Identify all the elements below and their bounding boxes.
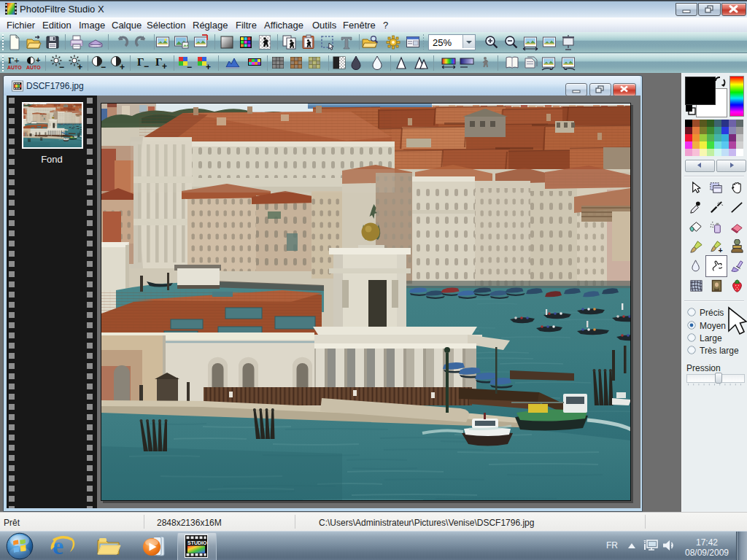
svg-text:Γ+: Γ+ <box>8 55 20 66</box>
svg-text:−: − <box>187 62 192 71</box>
svg-text:−: − <box>59 62 64 71</box>
svg-text:AUTO: AUTO <box>26 65 41 70</box>
svg-text:+: + <box>36 55 40 64</box>
svg-text:STUDIO: STUDIO <box>187 540 207 545</box>
svg-text:+: + <box>120 62 125 71</box>
svg-text:−: − <box>144 61 149 71</box>
svg-text:+: + <box>718 246 722 254</box>
svg-text:+: + <box>162 61 167 71</box>
svg-text:+: + <box>77 62 82 71</box>
svg-text:−: − <box>101 62 106 71</box>
svg-text:AUTO: AUTO <box>7 65 22 70</box>
svg-text:+: + <box>206 62 211 71</box>
